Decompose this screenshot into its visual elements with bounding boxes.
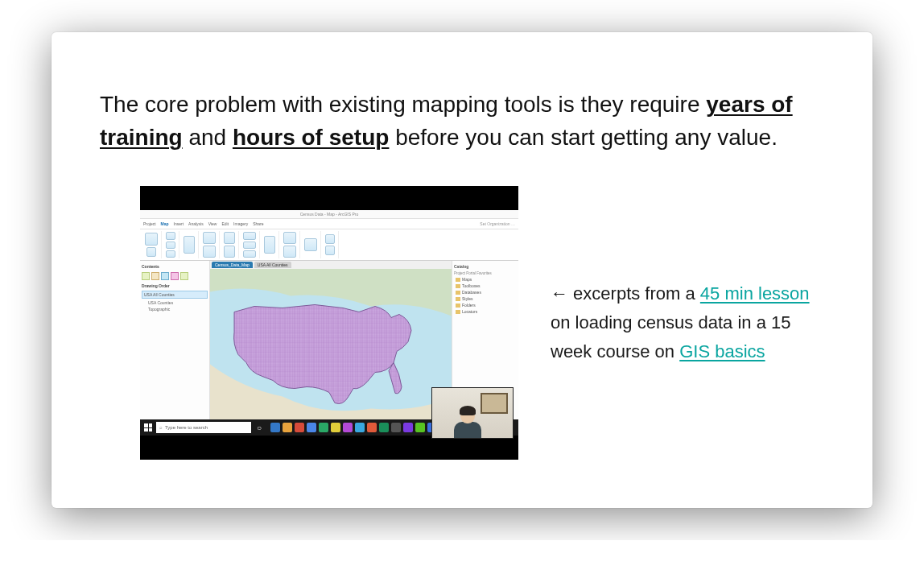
headline-part1: The core problem with existing mapping t…: [100, 92, 706, 117]
menu-map: Map: [161, 221, 169, 226]
catalog-item-3: Styles: [454, 295, 517, 302]
catalog-tabs: Project Portal Favorites: [454, 270, 517, 276]
taskbar-search: ⌕ Type here to search: [156, 422, 251, 433]
headline-bold-hours: hours of setup: [233, 125, 389, 150]
menu-view: View: [208, 221, 217, 226]
map-tab-0: Census_Data_Map: [212, 262, 253, 268]
app-titlebar: Census Data - Map - ArcGIS Pro: [140, 210, 518, 219]
menu-imagery: Imagery: [233, 221, 248, 226]
catalog-title: Catalog: [454, 262, 517, 270]
app-menubar: Project Map Insert Analysis View Edit Im…: [140, 219, 518, 229]
catalog-item-2: Databases: [454, 289, 517, 295]
caption-arrow: ←: [551, 283, 568, 304]
map-tabbar: Census_Data_Map USA All Counties: [210, 261, 452, 269]
slide-card: The core problem with existing mapping t…: [52, 32, 872, 508]
layer-item-0: USA Counties: [142, 299, 208, 306]
headline: The core problem with existing mapping t…: [100, 89, 824, 154]
cortana-icon: ○: [253, 421, 266, 434]
contents-panel: Contents Drawing Order USA All Counties …: [140, 261, 210, 419]
windows-start-icon: [142, 421, 155, 434]
search-hint: Set Organization …: [480, 221, 515, 226]
map-viewport: Census_Data_Map USA All Counties: [210, 261, 452, 419]
catalog-item-0: Maps: [454, 276, 517, 283]
menu-project: Project: [143, 221, 156, 226]
video-thumbnail[interactable]: Census Data - Map - ArcGIS Pro Project M…: [140, 186, 518, 460]
menu-analysis: Analysis: [188, 221, 204, 226]
map-tab-1: USA All Counties: [254, 262, 291, 268]
drawing-order-label: Drawing Order: [142, 282, 208, 290]
headline-part2: and: [183, 125, 233, 150]
picture-frame-icon: [481, 393, 508, 414]
caption-part1: excerpts from a: [568, 283, 700, 304]
search-icon: ⌕: [159, 425, 163, 430]
caption-text: ← excerpts from a 45 min lesson on loadi…: [551, 279, 816, 367]
menu-edit: Edit: [221, 221, 229, 226]
content-row: Census Data - Map - ArcGIS Pro Project M…: [100, 186, 824, 460]
catalog-item-1: Toolboxes: [454, 283, 517, 289]
app-ribbon: [140, 229, 518, 261]
taskbar-apps: [270, 423, 437, 432]
catalog-item-4: Folders: [454, 302, 517, 308]
menu-share: Share: [253, 221, 263, 226]
menu-insert: Insert: [174, 221, 184, 226]
catalog-item-5: Locators: [454, 308, 517, 315]
contents-title: Contents: [142, 262, 208, 270]
webcam-overlay: [431, 387, 514, 439]
headline-part3: before you can start getting any value.: [389, 125, 778, 150]
presenter-avatar: [452, 404, 484, 438]
link-lesson[interactable]: 45 min lesson: [700, 283, 810, 304]
link-gis-basics[interactable]: GIS basics: [679, 341, 765, 361]
layer-item-1: Topographic: [142, 306, 208, 312]
contents-toolbar: [142, 270, 208, 282]
usa-map-icon: [210, 269, 452, 419]
taskbar-search-placeholder: Type here to search: [165, 425, 208, 430]
layer-active: USA All Counties: [142, 291, 208, 299]
